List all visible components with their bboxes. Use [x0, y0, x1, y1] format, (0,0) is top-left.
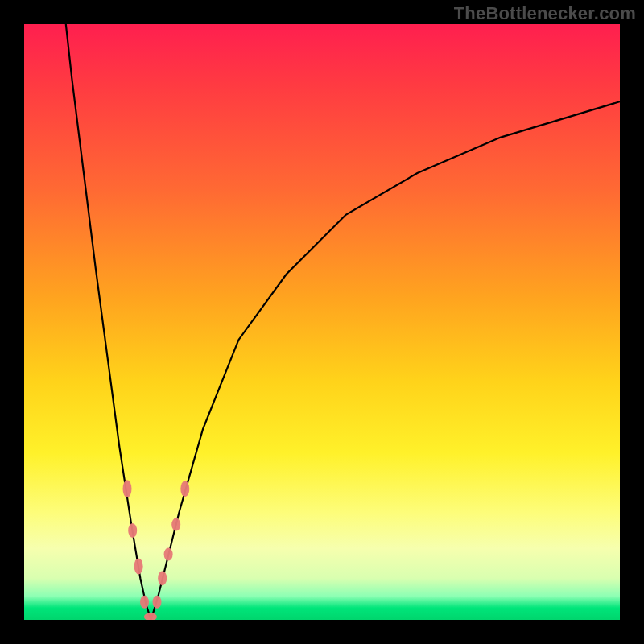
- curve-marker: [158, 571, 167, 585]
- curve-marker: [123, 480, 132, 497]
- curve-marker: [153, 596, 162, 609]
- curve-marker: [128, 523, 137, 538]
- curve-marker: [144, 613, 157, 620]
- curve-marker: [164, 548, 173, 561]
- chart-plot-area: [24, 24, 620, 620]
- curve-left-branch: [66, 24, 151, 620]
- watermark-text: TheBottlenecker.com: [454, 3, 636, 24]
- curve-marker: [171, 518, 180, 531]
- chart-frame: TheBottlenecker.com: [0, 0, 644, 644]
- curve-marker: [180, 481, 189, 497]
- curve-marker: [134, 558, 143, 574]
- curve-right-branch: [151, 101, 620, 620]
- curve-marker: [140, 596, 149, 609]
- bottleneck-curve-svg: [24, 24, 620, 620]
- marker-group: [123, 480, 190, 620]
